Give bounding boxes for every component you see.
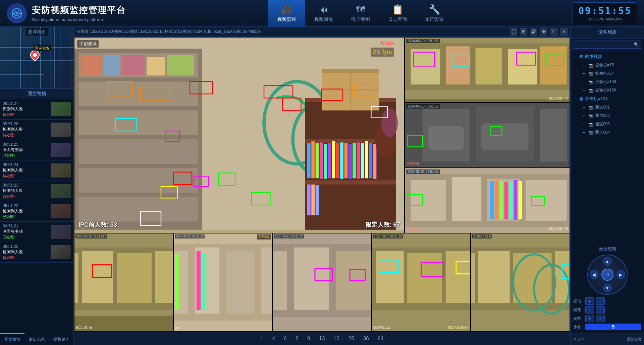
main-video[interactable]: 手侦测试 Kbps 25 fps IPC前人数: 33 限定人数: 67 — [74, 38, 404, 233]
svg-rect-25 — [311, 141, 315, 179]
step-value[interactable]: 5 — [585, 324, 641, 330]
sub-1-label-br: 限定人数: 77 — [549, 96, 568, 101]
alert-desc: 画面有变动 — [3, 147, 49, 153]
mem-stat: Mem 26% — [606, 17, 623, 21]
tree-item-network[interactable]: － 🖥 网络视频 — [571, 52, 644, 61]
device-list-header: 设备列表 — [571, 27, 644, 39]
alert-info: 09:51:23 检测到人脸 待处理! — [3, 183, 49, 199]
iris-plus-button[interactable]: + — [585, 315, 594, 322]
main-video-label-tl: 手侦测试 — [77, 40, 99, 48]
sub-3-label-bl: 当前人数 — [406, 227, 420, 231]
tree-item-channel004[interactable]: + 📷 通道004 — [571, 128, 644, 137]
fullscreen-button[interactable]: ⛶ — [510, 28, 517, 36]
ptz-up-button[interactable]: ▲ — [603, 257, 612, 266]
logo-icon — [7, 3, 27, 23]
alert-item[interactable]: 09:51:24 检测到人脸 待处理! — [0, 160, 73, 181]
tree-item-camera15[interactable]: + 📷 摄像机#15 — [571, 61, 644, 69]
layout-9[interactable]: 9 — [305, 334, 313, 343]
grid-button[interactable]: ⊞ — [520, 28, 527, 36]
tree-item-camera64[interactable]: + 📷 摄像机#64 — [571, 69, 644, 78]
zoom-minus-button[interactable]: － — [596, 297, 605, 305]
video-sub-3[interactable]: 2024-05-05 09:51:55 当前人数 限定人数: 74 — [405, 168, 570, 233]
bottom-cell-3[interactable]: 2024-05-10 09:51:53 — [273, 233, 371, 331]
layout-16[interactable]: 16 — [331, 334, 342, 343]
tree-item-channel002[interactable]: + 📷 通道002 — [571, 112, 644, 120]
fps-display: 25 fps — [371, 48, 394, 57]
tab-video-poll[interactable]: 视频轮询 — [49, 333, 73, 345]
sound-button[interactable]: 🔊 — [530, 28, 537, 36]
alert-item[interactable]: 09:51:26 检测到人脸 待处理! — [0, 120, 73, 140]
layout-13[interactable]: 13 — [316, 334, 328, 343]
alert-desc: 画面有变动 — [3, 229, 49, 234]
main-video-content: 手侦测试 Kbps 25 fps IPC前人数: 33 限定人数: 67 — [74, 38, 404, 233]
ptz-iris-row: 光圈 + － — [573, 315, 641, 322]
iris-minus-button[interactable]: － — [596, 315, 605, 322]
svg-rect-34 — [348, 144, 352, 179]
alert-item[interactable]: 09:51:21 画面有变动 已处理! — [0, 222, 73, 242]
sub-1-label-tl: 2024-05-10 09:51:35 — [406, 39, 440, 43]
close-button[interactable]: ✕ — [560, 28, 568, 36]
alert-item[interactable]: 09:51:22 检测到人脸 已处理! — [0, 201, 73, 222]
playback-icon: ⏮ — [319, 4, 328, 15]
focus-minus-button[interactable]: － — [596, 306, 605, 314]
layout-1[interactable]: 1 — [258, 334, 266, 343]
layout-6[interactable]: 6 — [281, 334, 289, 343]
tab-settings[interactable]: 🔧 系统设置 — [416, 0, 453, 27]
tree-item-recorder[interactable]: － 🖥 录像机#108 — [571, 94, 644, 103]
alert-item[interactable]: 09:51:27 识别到人脸 待处理! — [0, 99, 73, 120]
search-input[interactable]: 🔍 — [573, 41, 642, 49]
tree-item-camera100[interactable]: + 📷 摄像机#100 — [571, 78, 644, 86]
ptz-center-button[interactable]: ↺ — [601, 269, 613, 281]
window-button[interactable]: □ — [550, 28, 557, 36]
tab-logs[interactable]: 📋 日志查询 — [379, 0, 416, 27]
bottom-cell-2[interactable]: 2024-05-10 09:51:53 宇视测试 IPC — [174, 233, 272, 331]
video-sub-2[interactable]: 2024-05-10 09:51:59 当前人数 — [405, 103, 570, 167]
ptz-down-button[interactable]: ▼ — [603, 284, 612, 292]
search-icon: 🔍 — [634, 42, 639, 47]
tab-alerts[interactable]: 图文警情 — [0, 333, 24, 345]
svg-rect-121 — [196, 251, 200, 310]
alert-item[interactable]: 09:51:25 画面有变动 已处理! — [0, 140, 73, 160]
tab-window-info[interactable]: 窗口信息 — [24, 333, 49, 345]
ptz-right-button[interactable]: ▶ — [616, 270, 625, 279]
ptz-title: 云台控制 — [573, 246, 641, 252]
zoom-plus-button[interactable]: + — [585, 297, 594, 305]
layout-36[interactable]: 36 — [360, 334, 372, 343]
sub-3-label-br: 限定人数: 74 — [549, 227, 568, 231]
camera106-label: 摄像机#106 — [595, 87, 616, 93]
alert-item[interactable]: 09:51:23 检测到人脸 待处理! — [0, 181, 73, 201]
alert-item[interactable]: 09:51:20 检测到人脸 待处理! — [0, 242, 73, 263]
layout-64[interactable]: 64 — [375, 334, 386, 343]
tab-playback[interactable]: ⏮ 视频回放 — [305, 0, 342, 27]
layout-8[interactable]: 8 — [293, 334, 301, 343]
sub-3-label-tl: 2024-05-05 09:51:55 — [406, 169, 440, 174]
bottom-cell-4[interactable]: 2024-05-10 09:51:55 海某开发122 限定人数及技控 — [372, 233, 471, 331]
tab-video-monitor[interactable]: 🎥 视频监控 — [268, 0, 305, 27]
cursor-button[interactable]: ✥ — [540, 28, 547, 36]
expand-icon: + — [583, 63, 587, 68]
alert-desc: 识别到人脸 — [3, 106, 49, 112]
svg-rect-14 — [103, 55, 120, 75]
logo-text: 安防视频监控管理平台 Security video management pla… — [32, 4, 126, 22]
camera-icon: 📷 — [589, 63, 594, 68]
tree-item-channel003[interactable]: + 📷 通道003 — [571, 120, 644, 128]
bottom-cell-1[interactable]: 2024-05-10 09:51:524 施工人数: 66 — [74, 233, 173, 331]
tree-item-camera106[interactable]: + 📷 摄像机#106 — [571, 86, 644, 94]
svg-rect-27 — [320, 142, 323, 179]
ptz-left-button[interactable]: ◀ — [590, 270, 598, 279]
svg-rect-83 — [540, 109, 567, 161]
focus-plus-button[interactable]: + — [585, 306, 594, 314]
alert-desc: 检测到人脸 — [3, 208, 49, 214]
tab-map[interactable]: 🗺 电子地图 — [342, 0, 379, 27]
layout-25[interactable]: 25 — [345, 334, 357, 343]
svg-rect-32 — [340, 142, 343, 179]
layout-4[interactable]: 4 — [269, 334, 278, 343]
video-sub-1[interactable]: 2024-05-10 09:51:35 限定人数: 77 — [405, 38, 570, 102]
bottom-cell-5[interactable]: 2015-10 09:5 — [471, 233, 570, 331]
alert-status: 待处理! — [3, 255, 49, 260]
alert-thumbnail — [51, 245, 71, 259]
alert-time: 09:51:27 — [3, 101, 49, 106]
map-label: 悬浮地图 — [25, 28, 48, 36]
tree-item-channel001[interactable]: + 📷 通道001 — [571, 103, 644, 112]
svg-rect-31 — [336, 143, 339, 178]
